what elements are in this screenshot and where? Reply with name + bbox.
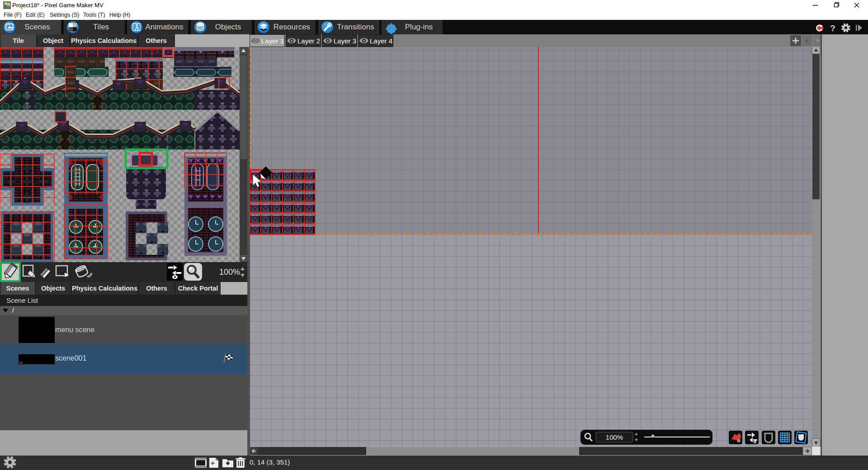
svg-text:100%: 100%	[219, 268, 240, 277]
svg-text:?: ?	[830, 24, 835, 33]
svg-text:100%: 100%	[606, 433, 623, 441]
